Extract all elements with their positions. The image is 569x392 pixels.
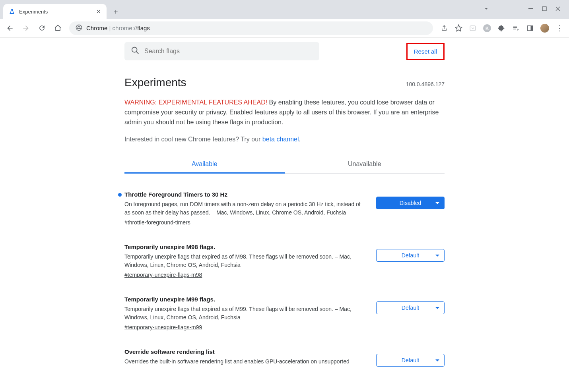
window-controls — [520, 0, 569, 18]
minimize-icon[interactable] — [528, 6, 533, 13]
search-icon — [131, 46, 140, 56]
search-bar-row: Reset all — [0, 37, 569, 65]
flag-title: Override software rendering list — [124, 348, 367, 355]
flag-anchor-link[interactable]: #throttle-foreground-timers — [124, 219, 190, 226]
warning-text: WARNING: EXPERIMENTAL FEATURES AHEAD! By… — [124, 98, 445, 127]
page-content: Experiments 100.0.4896.127 WARNING: EXPE… — [124, 65, 445, 392]
flag-description: Temporarily unexpire flags that expired … — [124, 305, 367, 322]
flag-title: Temporarily unexpire M99 flags. — [124, 296, 367, 303]
flask-icon — [9, 8, 15, 15]
beta-channel-link[interactable]: beta channel — [262, 136, 299, 143]
kebab-menu-icon[interactable]: ⋮ — [555, 24, 563, 32]
address-bar[interactable]: Chrome | chrome://flags — [69, 21, 433, 35]
svg-rect-0 — [528, 8, 533, 9]
flag-select[interactable]: Default — [376, 301, 445, 314]
flag-item: Temporarily unexpire M98 flags.Temporari… — [124, 243, 445, 278]
flag-list: Throttle Foreground Timers to 30 HzOn fo… — [124, 191, 445, 367]
new-tab-button[interactable]: ＋ — [109, 5, 122, 18]
flag-description: On foreground pages, run DOM timers with… — [124, 200, 367, 217]
pocket-icon[interactable] — [469, 24, 477, 32]
maximize-icon[interactable] — [542, 6, 547, 13]
svg-rect-1 — [542, 7, 546, 11]
close-window-icon[interactable] — [555, 6, 560, 13]
home-button[interactable] — [53, 24, 62, 32]
search-flags-box[interactable] — [124, 42, 319, 60]
version-label: 100.0.4896.127 — [406, 81, 445, 87]
svg-rect-4 — [470, 26, 476, 31]
tab-available[interactable]: Available — [124, 156, 285, 174]
back-button[interactable] — [6, 24, 14, 32]
tab-search-chevron-icon[interactable] — [483, 6, 489, 14]
k-extension-icon[interactable]: K — [483, 24, 491, 32]
flag-title: Temporarily unexpire M98 flags. — [124, 243, 367, 250]
flag-description: Temporarily unexpire flags that expired … — [124, 253, 367, 269]
omnibox-text: Chrome | chrome://flags — [86, 25, 150, 31]
forward-button[interactable] — [21, 24, 30, 32]
share-icon[interactable] — [440, 24, 448, 32]
flag-select[interactable]: Default — [376, 249, 445, 262]
page-title: Experiments — [124, 76, 186, 89]
svg-rect-6 — [531, 26, 533, 31]
svg-point-7 — [132, 47, 137, 52]
flag-item: Temporarily unexpire M99 flags.Temporari… — [124, 296, 445, 331]
beta-channel-text: Interested in cool new Chrome features? … — [124, 136, 445, 143]
flag-tabs: Available Unavailable — [124, 156, 445, 174]
flag-item: Throttle Foreground Timers to 30 HzOn fo… — [124, 191, 445, 226]
page-viewport[interactable]: Reset all Experiments 100.0.4896.127 WAR… — [0, 37, 569, 392]
chrome-icon — [76, 24, 82, 32]
reset-all-button[interactable]: Reset all — [406, 43, 445, 60]
tab-unavailable[interactable]: Unavailable — [285, 156, 445, 174]
flag-title: Throttle Foreground Timers to 30 Hz — [124, 191, 367, 198]
browser-tab-active[interactable]: Experiments ✕ — [3, 4, 107, 19]
star-icon[interactable] — [454, 24, 462, 32]
extensions-icon[interactable] — [497, 24, 505, 32]
flag-select[interactable]: Disabled — [376, 197, 445, 209]
toolbar-actions: K ⋮ — [440, 24, 563, 33]
close-icon[interactable]: ✕ — [96, 8, 101, 15]
tab-title: Experiments — [19, 9, 92, 15]
profile-avatar[interactable] — [540, 24, 549, 33]
flag-anchor-link[interactable]: #temporary-unexpire-flags-m98 — [124, 272, 202, 278]
reading-list-icon[interactable] — [512, 24, 520, 32]
flag-description: Overrides the built-in software renderin… — [124, 357, 367, 366]
browser-toolbar: Chrome | chrome://flags K ⋮ — [0, 19, 569, 37]
reload-button[interactable] — [37, 24, 46, 32]
svg-point-3 — [78, 26, 80, 29]
flag-select[interactable]: Default — [376, 354, 445, 367]
flag-anchor-link[interactable]: #temporary-unexpire-flags-m99 — [124, 324, 202, 330]
window-titlebar: Experiments ✕ ＋ — [0, 0, 569, 19]
search-input[interactable] — [144, 48, 313, 55]
side-panel-icon[interactable] — [526, 24, 534, 32]
flag-item: Override software rendering listOverride… — [124, 348, 445, 367]
